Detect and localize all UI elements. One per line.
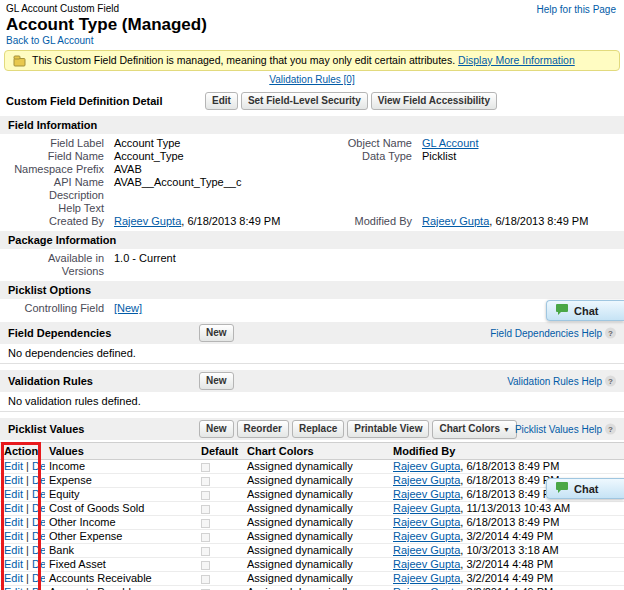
picklist-replace-button[interactable]: Replace bbox=[292, 420, 344, 438]
field-dependencies-new-button[interactable]: New bbox=[199, 324, 234, 342]
modified-by-user-link[interactable]: Rajeev Gupta bbox=[393, 516, 460, 528]
package-information-header: Package Information bbox=[0, 231, 624, 249]
modified-by-user-link[interactable]: Rajeev Gupta bbox=[393, 544, 460, 556]
banner-text: This Custom Field Definition is managed,… bbox=[32, 54, 455, 66]
action-cell: Edit | Del bbox=[0, 474, 45, 488]
picklist-value-row: Edit | Del Expense Assigned dynamically … bbox=[0, 474, 624, 488]
view-field-accessibility-button[interactable]: View Field Accessibility bbox=[371, 92, 497, 110]
modified-by-user-link[interactable]: Rajeev Gupta bbox=[393, 530, 460, 542]
modified-by-date: , 3/2/2014 4:49 PM bbox=[460, 572, 553, 584]
chevron-down-icon: ▼ bbox=[503, 426, 510, 433]
default-checkbox bbox=[201, 575, 210, 584]
edit-button[interactable]: Edit bbox=[205, 92, 238, 110]
managed-package-icon bbox=[13, 55, 26, 67]
available-in-versions-value: 1.0 - Current bbox=[114, 252, 312, 278]
picklist-value-label: Cost of Goods Sold bbox=[45, 502, 197, 516]
validation-rules-new-button[interactable]: New bbox=[199, 372, 234, 390]
modified-by-date: , 6/18/2013 8:49 PM bbox=[460, 460, 559, 472]
entity-context-label: GL Account Custom Field bbox=[6, 3, 618, 15]
column-header-default: Default bbox=[197, 443, 243, 460]
del-link[interactable]: Del bbox=[32, 460, 45, 472]
default-checkbox bbox=[201, 477, 210, 486]
validation-rules-help-link[interactable]: Validation Rules Help bbox=[507, 376, 602, 387]
modified-by-user-link[interactable]: Rajeev Gupta bbox=[393, 558, 460, 570]
picklist-value-row: Edit | Del Other Expense Assigned dynami… bbox=[0, 530, 624, 544]
action-cell: Edit | Del bbox=[0, 516, 45, 530]
controlling-field-new-link[interactable]: [New] bbox=[114, 302, 142, 314]
modified-by-cell: Rajeev Gupta, 3/2/2014 4:49 PM bbox=[389, 586, 624, 590]
del-link[interactable]: Del bbox=[32, 586, 45, 590]
chat-widget[interactable]: Chat bbox=[546, 300, 624, 321]
edit-link[interactable]: Edit bbox=[4, 460, 23, 472]
picklist-value-row: Edit | Del Accounts Receivable Assigned … bbox=[0, 572, 624, 586]
column-header-values: Values bbox=[45, 443, 197, 460]
edit-link[interactable]: Edit bbox=[4, 530, 23, 542]
help-question-icon: ? bbox=[605, 328, 616, 339]
edit-link[interactable]: Edit bbox=[4, 474, 23, 486]
picklist-options-header: Picklist Options bbox=[0, 281, 624, 299]
default-checkbox bbox=[201, 505, 210, 514]
object-name-link[interactable]: GL Account bbox=[422, 137, 478, 149]
modified-by-user-link[interactable]: Rajeev Gupta bbox=[393, 460, 460, 472]
picklist-value-row: Edit | Del Accounts Payable Assigned dyn… bbox=[0, 586, 624, 590]
del-link[interactable]: Del bbox=[32, 502, 45, 514]
modified-by-date: , 3/2/2014 4:48 PM bbox=[460, 558, 553, 570]
modified-by-user-link[interactable]: Rajeev Gupta bbox=[393, 488, 460, 500]
del-link[interactable]: Del bbox=[32, 572, 45, 584]
edit-link[interactable]: Edit bbox=[4, 544, 23, 556]
default-cell bbox=[197, 516, 243, 530]
modified-by-cell: Rajeev Gupta, 3/2/2014 4:48 PM bbox=[389, 558, 624, 572]
default-cell bbox=[197, 586, 243, 590]
edit-link[interactable]: Edit bbox=[4, 488, 23, 500]
picklist-printable-view-button[interactable]: Printable View bbox=[347, 420, 429, 438]
chart-colors-value: Assigned dynamically bbox=[243, 474, 389, 488]
del-link[interactable]: Del bbox=[32, 530, 45, 542]
modified-by-user-link[interactable]: Rajeev Gupta bbox=[393, 586, 460, 590]
validation-rules-jump-link[interactable]: Validation Rules [0] bbox=[269, 74, 354, 85]
package-information-grid: Available in Versions 1.0 - Current bbox=[0, 251, 624, 279]
edit-link[interactable]: Edit bbox=[4, 572, 23, 584]
controlling-field-label: Controlling Field bbox=[4, 302, 114, 315]
field-dependencies-help-link[interactable]: Field Dependencies Help bbox=[490, 328, 602, 339]
help-text-value bbox=[114, 202, 312, 215]
created-by-user-link[interactable]: Rajeev Gupta bbox=[114, 215, 181, 227]
action-cell: Edit | Del bbox=[0, 460, 45, 474]
picklist-value-label: Accounts Receivable bbox=[45, 572, 197, 586]
modified-by-user-link[interactable]: Rajeev Gupta bbox=[393, 572, 460, 584]
default-checkbox bbox=[201, 561, 210, 570]
validation-rules-title: Validation Rules bbox=[8, 375, 199, 387]
page-header: Help for this Page GL Account Custom Fie… bbox=[0, 0, 624, 48]
display-more-information-link[interactable]: Display More Information bbox=[458, 54, 575, 66]
del-link[interactable]: Del bbox=[32, 474, 45, 486]
del-link[interactable]: Del bbox=[32, 488, 45, 500]
picklist-chart-colors-button[interactable]: Chart Colors▼ bbox=[432, 420, 517, 439]
modified-by-user-link[interactable]: Rajeev Gupta bbox=[422, 215, 489, 227]
del-link[interactable]: Del bbox=[32, 544, 45, 556]
chat-bubble-icon bbox=[555, 303, 569, 318]
edit-link[interactable]: Edit bbox=[4, 516, 23, 528]
modified-by-cell: Rajeev Gupta, 10/3/2013 3:18 AM bbox=[389, 544, 624, 558]
del-link[interactable]: Del bbox=[32, 558, 45, 570]
chart-colors-value: Assigned dynamically bbox=[243, 460, 389, 474]
set-field-level-security-button[interactable]: Set Field-Level Security bbox=[241, 92, 368, 110]
picklist-value-label: Other Expense bbox=[45, 530, 197, 544]
detail-section-title: Custom Field Definition Detail bbox=[6, 95, 205, 107]
edit-link[interactable]: Edit bbox=[4, 558, 23, 570]
picklist-value-row: Edit | Del Equity Assigned dynamically R… bbox=[0, 488, 624, 502]
back-to-gl-account-link[interactable]: Back to GL Account bbox=[6, 35, 93, 47]
chat-label: Chat bbox=[574, 483, 598, 495]
chat-widget[interactable]: Chat bbox=[546, 478, 624, 499]
picklist-reorder-button[interactable]: Reorder bbox=[237, 420, 289, 438]
help-for-this-page-link[interactable]: Help for this Page bbox=[537, 4, 617, 15]
picklist-new-button[interactable]: New bbox=[199, 420, 234, 438]
modified-by-user-link[interactable]: Rajeev Gupta bbox=[393, 502, 460, 514]
edit-link[interactable]: Edit bbox=[4, 502, 23, 514]
help-question-icon: ? bbox=[605, 424, 616, 435]
field-label-label: Field Label bbox=[4, 137, 114, 150]
del-link[interactable]: Del bbox=[32, 516, 45, 528]
edit-link[interactable]: Edit bbox=[4, 586, 23, 590]
modified-by-user-link[interactable]: Rajeev Gupta bbox=[393, 474, 460, 486]
picklist-values-help-link[interactable]: Picklist Values Help bbox=[515, 424, 602, 435]
field-dependencies-header: Field Dependencies New Field Dependencie… bbox=[0, 322, 624, 344]
chart-colors-value: Assigned dynamically bbox=[243, 516, 389, 530]
